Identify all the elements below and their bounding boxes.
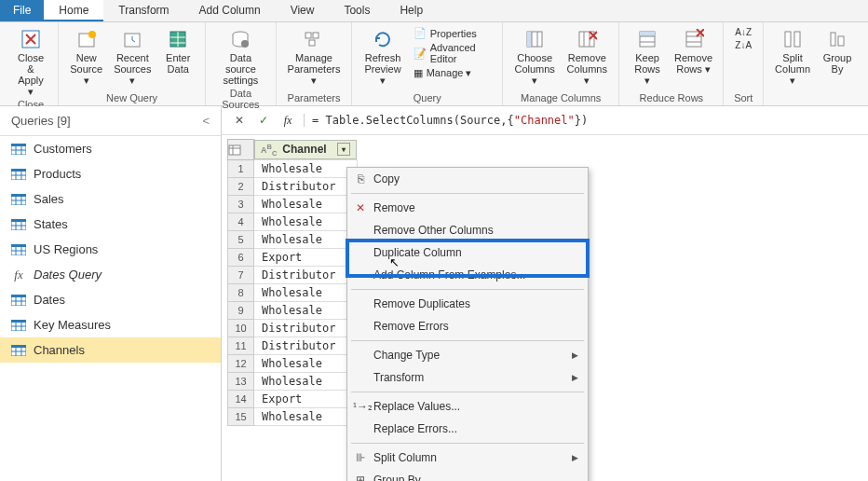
grid-corner[interactable] xyxy=(228,140,254,160)
menu-help[interactable]: Help xyxy=(385,0,438,21)
keep-rows-button[interactable]: Keep Rows ▾ xyxy=(627,26,667,88)
table-row[interactable]: 14Export xyxy=(228,391,358,408)
cell[interactable]: Wholesale xyxy=(254,231,358,249)
sort-asc-button[interactable]: A↓Z xyxy=(731,26,755,38)
menu-add-column[interactable]: Add Column xyxy=(184,0,276,21)
menu-transform[interactable]: Transform▶ xyxy=(347,366,588,389)
menu-group-by[interactable]: ⊞Group By... xyxy=(347,469,588,481)
query-item-sales[interactable]: Sales xyxy=(0,186,221,212)
row-number[interactable]: 11 xyxy=(228,337,254,355)
menu-home[interactable]: Home xyxy=(44,0,103,21)
formula-cancel-button[interactable]: ✕ xyxy=(231,112,248,129)
cell[interactable]: Wholesale xyxy=(254,213,358,231)
table-row[interactable]: 12Wholesale xyxy=(228,355,358,373)
query-item-key-measures[interactable]: Key Measures xyxy=(0,312,221,337)
table-row[interactable]: 2Distributor xyxy=(228,178,358,196)
table-row[interactable]: 8Wholesale xyxy=(228,284,358,302)
menu-split-column[interactable]: ⊪Split Column▶ xyxy=(347,447,588,469)
data-source-settings-button[interactable]: Data source settings xyxy=(213,26,267,88)
cell[interactable]: Distributor xyxy=(254,337,358,355)
remove-columns-button[interactable]: Remove Columns ▾ xyxy=(563,26,611,88)
menu-replace-values[interactable]: ¹→₂Replace Values... xyxy=(347,395,588,418)
menu-transform[interactable]: Transform xyxy=(103,0,183,21)
query-item-customers[interactable]: Customers xyxy=(0,136,221,161)
cell[interactable]: Distributor xyxy=(254,267,358,284)
row-number[interactable]: 9 xyxy=(228,302,254,320)
row-number[interactable]: 7 xyxy=(228,267,254,284)
menu-file[interactable]: File xyxy=(0,0,44,21)
cell[interactable]: Export xyxy=(254,391,358,408)
menu-remove-errors[interactable]: Remove Errors xyxy=(347,315,588,337)
row-number[interactable]: 6 xyxy=(228,249,254,267)
cell[interactable]: Wholesale xyxy=(254,408,358,426)
split-column-button[interactable]: Split Column ▾ xyxy=(771,26,814,88)
row-number[interactable]: 14 xyxy=(228,391,254,408)
table-row[interactable]: 6Export xyxy=(228,249,358,267)
cell[interactable]: Export xyxy=(254,249,358,267)
cell[interactable]: Wholesale xyxy=(254,355,358,373)
cell[interactable]: Wholesale xyxy=(254,196,358,213)
query-item-dates[interactable]: Dates xyxy=(0,287,221,312)
row-number[interactable]: 3 xyxy=(228,196,254,213)
table-row[interactable]: 10Distributor xyxy=(228,320,358,337)
query-item-us-regions[interactable]: US Regions xyxy=(0,237,221,262)
cell[interactable]: Wholesale xyxy=(254,373,358,391)
column-header-channel[interactable]: ABC Channel ▾ xyxy=(254,140,357,160)
enter-data-icon xyxy=(167,28,189,50)
menu-add-column-from-examples[interactable]: Add Column From Examples... xyxy=(347,264,588,286)
table-row[interactable]: 13Wholesale xyxy=(228,373,358,391)
row-number[interactable]: 8 xyxy=(228,284,254,302)
menu-duplicate-column[interactable]: Duplicate Column xyxy=(347,241,588,264)
cell[interactable]: Wholesale xyxy=(254,160,358,178)
sort-desc-button[interactable]: Z↓A xyxy=(731,39,755,51)
row-number[interactable]: 13 xyxy=(228,373,254,391)
group-by-button[interactable]: Group By xyxy=(818,26,857,76)
cell[interactable]: Distributor xyxy=(254,178,358,196)
recent-sources-button[interactable]: Recent Sources ▾ xyxy=(110,26,155,88)
table-row[interactable]: 1Wholesale xyxy=(228,160,358,178)
row-number[interactable]: 1 xyxy=(228,160,254,178)
table-row[interactable]: 3Wholesale xyxy=(228,196,358,213)
column-dropdown-icon[interactable]: ▾ xyxy=(337,143,350,156)
table-row[interactable]: 11Distributor xyxy=(228,337,358,355)
menu-remove-duplicates[interactable]: Remove Duplicates xyxy=(347,293,588,315)
row-number[interactable]: 10 xyxy=(228,320,254,337)
collapse-panel-icon[interactable]: < xyxy=(202,114,210,128)
table-row[interactable]: 5Wholesale xyxy=(228,231,358,249)
cell[interactable]: Wholesale xyxy=(254,284,358,302)
row-number[interactable]: 15 xyxy=(228,408,254,426)
formula-text[interactable]: = Table.SelectColumns(Source,{"Channel"}… xyxy=(304,114,588,127)
menu-change-type[interactable]: Change Type▶ xyxy=(347,344,588,366)
table-row[interactable]: 9Wholesale xyxy=(228,302,358,320)
close-apply-button[interactable]: Close & Apply ▾ xyxy=(11,26,50,99)
row-number[interactable]: 2 xyxy=(228,178,254,196)
properties-button[interactable]: 📄Properties xyxy=(410,26,495,40)
row-number[interactable]: 4 xyxy=(228,213,254,231)
menu-view[interactable]: View xyxy=(276,0,330,21)
query-item-products[interactable]: Products xyxy=(0,161,221,186)
manage-parameters-button[interactable]: Manage Parameters ▾ xyxy=(284,26,345,88)
query-item-dates-query[interactable]: fxDates Query xyxy=(0,262,221,287)
choose-columns-button[interactable]: Choose Columns ▾ xyxy=(510,26,559,88)
refresh-preview-button[interactable]: Refresh Preview ▾ xyxy=(359,26,405,88)
menu-copy[interactable]: ⎘Copy xyxy=(347,168,588,190)
row-number[interactable]: 12 xyxy=(228,355,254,373)
enter-data-button[interactable]: Enter Data xyxy=(158,26,197,76)
new-source-button[interactable]: New Source ▾ xyxy=(66,26,106,88)
cell[interactable]: Wholesale xyxy=(254,302,358,320)
cell[interactable]: Distributor xyxy=(254,320,358,337)
menu-replace-errors[interactable]: Replace Errors... xyxy=(347,418,588,440)
menu-remove-other-columns[interactable]: Remove Other Columns xyxy=(347,219,588,241)
table-row[interactable]: 7Distributor xyxy=(228,267,358,284)
table-row[interactable]: 15Wholesale xyxy=(228,408,358,426)
remove-rows-button[interactable]: Remove Rows ▾ xyxy=(671,26,716,76)
advanced-editor-button[interactable]: 📝Advanced Editor xyxy=(410,41,495,65)
table-row[interactable]: 4Wholesale xyxy=(228,213,358,231)
formula-commit-button[interactable]: ✓ xyxy=(255,112,272,129)
query-item-states[interactable]: States xyxy=(0,212,221,237)
row-number[interactable]: 5 xyxy=(228,231,254,249)
query-item-channels[interactable]: Channels xyxy=(0,337,221,363)
menu-remove[interactable]: ✕Remove xyxy=(347,197,588,219)
menu-tools[interactable]: Tools xyxy=(329,0,385,21)
manage-button[interactable]: ▦Manage ▾ xyxy=(410,66,495,80)
